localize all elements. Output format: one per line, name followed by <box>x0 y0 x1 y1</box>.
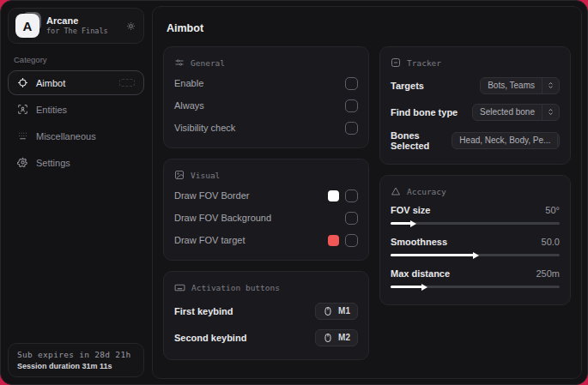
enable-checkbox[interactable] <box>345 77 358 90</box>
tracker-card-header: Tracker <box>391 57 560 68</box>
subscription-status-card: Sub expires in 28d 21h Session duration … <box>8 343 144 377</box>
main-panel: Aimbot General <box>152 6 582 379</box>
setting-label: Draw FOV target <box>174 235 246 245</box>
slider-fill <box>391 254 476 256</box>
row-controls <box>328 189 358 202</box>
setting-row-second-keybind: Second keybind M2 <box>174 324 358 351</box>
crosshair-icon <box>17 77 28 88</box>
setting-row-find-bone-type: Find bone type Selected bone <box>391 99 560 125</box>
app-title-block: Arcane for The Finals <box>46 15 118 37</box>
sidebar-spacer <box>8 177 144 343</box>
tracker-card: Tracker Targets Bots, Teams <box>379 46 571 165</box>
find-bone-type-dropdown[interactable]: Selected bone <box>472 104 560 121</box>
setting-label: Smoothness <box>391 237 447 247</box>
card-title: Accuracy <box>407 187 446 196</box>
sidebar-item-label: Aimbot <box>36 78 65 88</box>
setting-label: Max distance <box>391 268 450 279</box>
setting-label: Draw FOV Background <box>174 213 271 223</box>
max-distance-slider[interactable] <box>391 286 560 288</box>
mouse-icon <box>323 333 333 343</box>
setting-label: First keybind <box>174 306 233 316</box>
slider-value: 50.0 <box>542 237 560 247</box>
grid-icon <box>17 130 28 141</box>
app-subtitle: for The Finals <box>46 27 118 36</box>
fov-size-slider-group: FOV size 50° <box>391 201 560 225</box>
slider-fill <box>391 286 424 288</box>
slider-knob[interactable] <box>410 220 416 227</box>
slider-value: 250m <box>536 268 560 279</box>
logo-letter: A <box>15 14 39 38</box>
targets-dropdown[interactable]: Bots, Teams <box>480 77 560 94</box>
app-window: A Arcane for The Finals Category <box>0 0 588 385</box>
sync-icon[interactable] <box>125 21 136 32</box>
sidebar-item-label: Entities <box>36 105 67 115</box>
page-title: Aimbot <box>167 22 567 34</box>
chevrons-up-down-icon <box>557 133 560 148</box>
setting-label: FOV size <box>391 205 430 215</box>
card-title: Tracker <box>407 58 441 68</box>
slider-knob[interactable] <box>473 252 479 259</box>
dropdown-value: Head, Neck, Body, Pe... <box>452 135 557 145</box>
card-title: Activation buttons <box>191 283 280 292</box>
setting-label: Bones Selected <box>391 130 452 151</box>
visual-card-header: Visual <box>174 170 358 180</box>
chevrons-up-down-icon <box>542 105 559 120</box>
setting-row-fov-border: Draw FOV Border <box>174 184 358 207</box>
always-checkbox[interactable] <box>345 99 358 112</box>
max-distance-slider-group: Max distance 250m <box>391 264 560 288</box>
setting-row-always: Always <box>174 94 358 117</box>
sidebar-item-label: Miscellaneous <box>36 131 96 141</box>
general-card: General Enable Always Visibility check <box>163 46 369 148</box>
accuracy-card-header: Accuracy <box>391 186 560 196</box>
slider-value: 50° <box>545 205 560 215</box>
setting-row-enable: Enable <box>174 72 358 94</box>
app-logo: A <box>15 14 39 38</box>
slider-knob[interactable] <box>421 284 427 291</box>
visibility-check-checkbox[interactable] <box>345 122 358 135</box>
setting-label: Draw FOV Border <box>174 190 249 201</box>
sidebar-item-label: Settings <box>36 158 70 168</box>
mouse-icon <box>323 306 333 316</box>
fov-border-color-swatch[interactable] <box>328 190 339 202</box>
setting-row-first-keybind: First keybind M1 <box>174 298 358 324</box>
setting-row-fov-target: Draw FOV target <box>174 229 358 251</box>
triangle-icon <box>391 186 401 196</box>
content-columns: General Enable Always Visibility check <box>163 46 571 360</box>
sidebar-item-entities[interactable]: Entities <box>8 97 144 122</box>
fov-target-color-swatch[interactable] <box>328 235 339 246</box>
first-keybind-button[interactable]: M1 <box>315 303 358 320</box>
chevrons-up-down-icon <box>542 78 559 93</box>
gear-icon <box>17 157 28 168</box>
card-title: Visual <box>191 171 220 180</box>
image-icon <box>174 170 185 180</box>
right-column: Tracker Targets Bots, Teams <box>379 46 571 305</box>
slider-header: Smoothness 50.0 <box>391 232 560 249</box>
dropdown-value: Bots, Teams <box>481 81 542 90</box>
keybind-value: M1 <box>338 306 350 316</box>
sub-expiry-text: Sub expires in 28d 21h <box>17 350 135 359</box>
fov-target-checkbox[interactable] <box>345 234 358 247</box>
sidebar-item-settings[interactable]: Settings <box>8 150 144 175</box>
tracker-icon <box>391 57 401 68</box>
keybind-value: M2 <box>338 333 350 342</box>
visual-card: Visual Draw FOV Border Draw FOV Backgrou… <box>163 159 369 261</box>
setting-label: Always <box>174 100 204 111</box>
fov-size-slider[interactable] <box>391 222 560 225</box>
fov-background-checkbox[interactable] <box>345 212 358 225</box>
activation-buttons-card: Activation buttons First keybind M1 <box>163 271 369 360</box>
sidebar-item-miscellaneous[interactable]: Miscellaneous <box>8 123 144 148</box>
sidebar-item-aimbot[interactable]: Aimbot <box>8 70 144 95</box>
left-column: General Enable Always Visibility check <box>163 46 369 360</box>
bones-selected-dropdown[interactable]: Head, Neck, Body, Pe... <box>452 132 560 149</box>
smoothness-slider[interactable] <box>391 254 560 256</box>
app-header-card: A Arcane for The Finals <box>8 8 144 44</box>
sliders-icon <box>174 57 185 68</box>
setting-label: Second keybind <box>174 333 246 343</box>
setting-row-bones-selected: Bones Selected Head, Neck, Body, Pe... <box>391 125 560 155</box>
general-card-header: General <box>174 57 358 68</box>
second-keybind-button[interactable]: M2 <box>315 329 358 346</box>
sidebar: A Arcane for The Finals Category <box>1 1 151 384</box>
fov-border-checkbox[interactable] <box>345 189 358 202</box>
slider-header: Max distance 250m <box>391 264 560 280</box>
setting-label: Visibility check <box>174 123 235 133</box>
